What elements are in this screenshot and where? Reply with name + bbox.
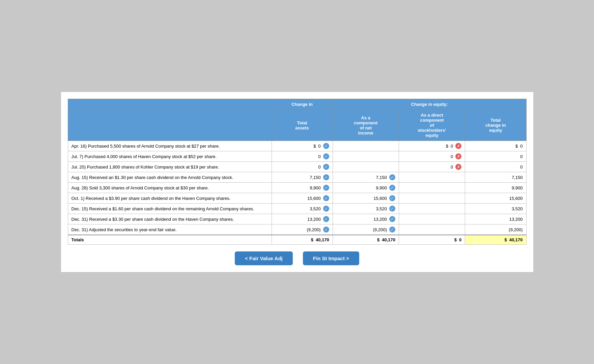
header-row-1: Change in Change in equity: [68, 99, 526, 110]
total-equity-value: 0 [465, 162, 526, 172]
net-income-label: As acomponentof netincome [354, 115, 377, 135]
main-table: Change in Change in equity: Totalassets … [68, 99, 527, 245]
prev-button[interactable]: < Fair Value Adj [235, 251, 293, 265]
total-equity-value: 9,900 [465, 183, 526, 193]
net-income-value: 15,600✓ [333, 193, 399, 204]
check-icon: ✓ [389, 216, 395, 222]
check-icon: ✓ [323, 226, 329, 233]
totals-label: Totals [68, 235, 272, 245]
check-icon: ✓ [389, 226, 395, 233]
totals-assets-value: $40,170 [272, 235, 333, 245]
net-income-value: 7,150✓ [333, 172, 399, 183]
check-icon: ✓ [389, 206, 395, 212]
net-income-value: 13,200✓ [333, 214, 399, 224]
direct-component-value [399, 183, 465, 193]
header-row-2: Totalassets As acomponentof netincome As… [68, 110, 526, 141]
x-icon: ✗ [455, 143, 461, 149]
totals-equity-value: $40,170 [465, 235, 526, 245]
row-label: Jul. 7) Purchased 4,000 shares of Haven … [68, 151, 272, 162]
direct-component-value: 0✗ [399, 151, 465, 162]
net-income-value: 3,520✓ [333, 204, 399, 214]
check-icon: ✓ [323, 164, 329, 170]
header-total-change: Totalchange inequity [465, 110, 526, 141]
check-icon: ✓ [323, 206, 329, 212]
table-row: Aug. 28) Sold 3,300 shares of Arnold Com… [68, 183, 526, 193]
total-assets-value: 9,900✓ [272, 183, 333, 193]
totals-direct-value: $0 [399, 235, 465, 245]
row-label: Aug. 15) Received an $1.30 per share cas… [68, 172, 272, 183]
row-label: Dec. 31) Adjusted the securities to year… [68, 224, 272, 235]
table-row: Apr. 16) Purchased 5,500 shares of Arnol… [68, 141, 526, 151]
total-assets-value: (9,200)✓ [272, 224, 333, 235]
navigation-buttons: < Fair Value Adj Fin St Impact > [68, 251, 527, 265]
row-label: Dec. 31) Received a $3.30 per share cash… [68, 214, 272, 224]
check-icon: ✓ [323, 153, 329, 159]
total-equity-value: $0 [465, 141, 526, 151]
row-label: Aug. 28) Sold 3,300 shares of Arnold Com… [68, 183, 272, 193]
header-total-assets: Totalassets [272, 110, 333, 141]
total-change-label: Totalchange inequity [485, 118, 506, 133]
table-row: Dec. 31) Adjusted the securities to year… [68, 224, 526, 235]
direct-component-value [399, 224, 465, 235]
header-net-income: As acomponentof netincome [333, 110, 399, 141]
row-label: Jul. 20) Purchased 1,800 shares of Kohle… [68, 162, 272, 172]
change-in-equity-label: Change in equity: [411, 102, 448, 107]
total-assets-value: 0✓ [272, 162, 333, 172]
direct-component-label: As a directcomponentofstockholders'equit… [418, 113, 446, 138]
net-income-value [333, 141, 399, 151]
total-assets-value: $0✓ [272, 141, 333, 151]
row-label: Dec. 15) Received a $1.60 per share cash… [68, 204, 272, 214]
row-label: Apr. 16) Purchased 5,500 shares of Arnol… [68, 141, 272, 151]
total-assets-value: 3,520✓ [272, 204, 333, 214]
totals-net-income-value: $40,170 [333, 235, 399, 245]
total-equity-value: 13,200 [465, 214, 526, 224]
total-equity-value: 7,150 [465, 172, 526, 183]
header-label-col [68, 99, 272, 110]
check-icon: ✓ [389, 195, 395, 201]
change-in-label: Change in [291, 102, 313, 107]
direct-component-value [399, 193, 465, 204]
table-row: Jul. 7) Purchased 4,000 shares of Haven … [68, 151, 526, 162]
net-income-value: 9,900✓ [333, 183, 399, 193]
total-equity-value: (9,200) [465, 224, 526, 235]
total-equity-value: 3,520 [465, 204, 526, 214]
check-icon: ✓ [389, 185, 395, 191]
row-label: Oct. 1) Received a $3.90 per share cash … [68, 193, 272, 204]
main-container: Change in Change in equity: Totalassets … [61, 92, 533, 272]
totals-row: Totals$40,170$40,170$0$40,170 [68, 235, 526, 245]
direct-component-value [399, 172, 465, 183]
direct-component-value [399, 214, 465, 224]
check-icon: ✓ [323, 174, 329, 180]
header-change-in: Change in [272, 99, 333, 110]
net-income-value: (9,200)✓ [333, 224, 399, 235]
table-row: Aug. 15) Received an $1.30 per share cas… [68, 172, 526, 183]
net-income-value [333, 162, 399, 172]
total-assets-value: 0✓ [272, 151, 333, 162]
table-row: Jul. 20) Purchased 1,800 shares of Kohle… [68, 162, 526, 172]
x-icon: ✗ [455, 164, 461, 170]
total-assets-value: 13,200✓ [272, 214, 333, 224]
total-assets-label: Totalassets [295, 120, 309, 130]
total-assets-value: 7,150✓ [272, 172, 333, 183]
direct-component-value: 0✗ [399, 162, 465, 172]
table-row: Dec. 31) Received a $3.30 per share cash… [68, 214, 526, 224]
check-icon: ✓ [323, 216, 329, 222]
table-body: Apr. 16) Purchased 5,500 shares of Arnol… [68, 141, 526, 245]
direct-component-value: $0✗ [399, 141, 465, 151]
check-icon: ✓ [389, 174, 395, 180]
table-row: Dec. 15) Received a $1.60 per share cash… [68, 204, 526, 214]
check-icon: ✓ [323, 185, 329, 191]
check-icon: ✓ [323, 195, 329, 201]
total-equity-value: 0 [465, 151, 526, 162]
total-assets-value: 15,600✓ [272, 193, 333, 204]
header-direct-component: As a directcomponentofstockholders'equit… [399, 110, 465, 141]
table-row: Oct. 1) Received a $3.90 per share cash … [68, 193, 526, 204]
total-equity-value: 15,600 [465, 193, 526, 204]
next-button[interactable]: Fin St Impact > [303, 251, 359, 265]
header-empty [68, 110, 272, 141]
x-icon: ✗ [455, 153, 461, 159]
net-income-value [333, 151, 399, 162]
header-change-in-equity: Change in equity: [333, 99, 526, 110]
direct-component-value [399, 204, 465, 214]
check-icon: ✓ [323, 143, 329, 149]
